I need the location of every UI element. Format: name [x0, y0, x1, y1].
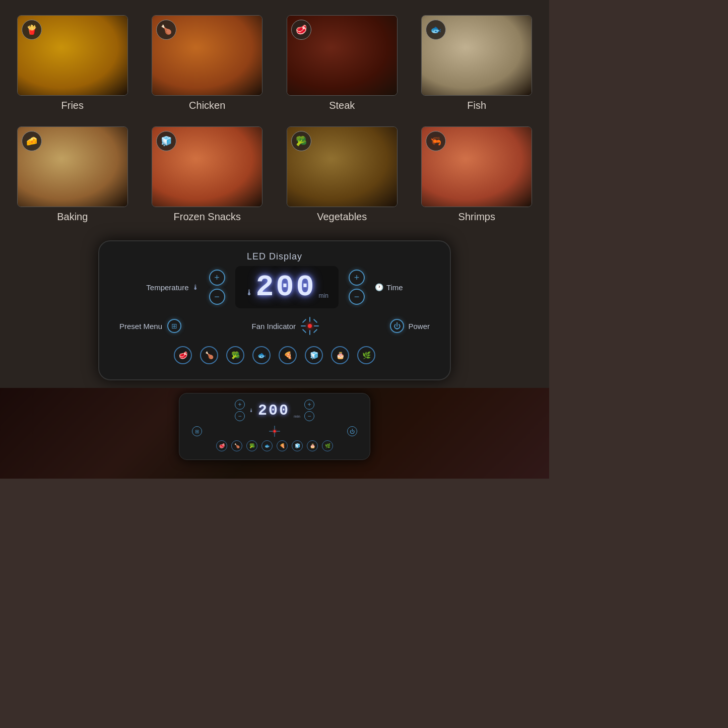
fan-text: Fan Indicator: [251, 322, 296, 330]
mini-icon-herb[interactable]: 🌿: [322, 440, 333, 451]
food-icon-shrimps: 🦐: [426, 131, 446, 151]
food-label-vegetables: Vegetables: [317, 211, 367, 223]
fan-line-topright: [313, 319, 317, 323]
mini-control-panel: + − 🌡 200 min + − ⊞ ⏻ 🥩: [179, 393, 370, 460]
menu-icon-pizza[interactable]: 🍕: [279, 346, 297, 364]
time-label: 🕐 Time: [375, 283, 403, 292]
food-icon-vegetables: 🥦: [291, 131, 311, 151]
mini-icon-frozen[interactable]: 🧊: [292, 440, 303, 451]
bottom-bg-right: [423, 388, 549, 479]
food-grid: 🍟 Fries 🍗 Chicken 🥩 Steak 🐟 Fish 🧀 Bakin…: [0, 0, 549, 233]
mini-icon-fish[interactable]: 🐟: [261, 440, 273, 451]
fan-center-dot: [308, 324, 312, 328]
food-item-baking[interactable]: 🧀 Baking: [10, 126, 135, 223]
food-item-vegetables[interactable]: 🥦 Vegetables: [280, 126, 405, 223]
menu-icon-frozen[interactable]: 🧊: [305, 346, 323, 364]
food-image-fish: 🐟: [421, 15, 532, 96]
mini-display-row: + − 🌡 200 min + −: [189, 400, 360, 421]
food-icon-frozen-snacks: 🧊: [156, 131, 176, 151]
food-label-frozen-snacks: Frozen Snacks: [174, 211, 241, 223]
food-image-steak: 🥩: [287, 15, 398, 96]
mini-temp-plus[interactable]: +: [235, 400, 245, 410]
led-display-label: LED Display: [114, 251, 435, 262]
fan-indicator: [300, 316, 320, 336]
mini-fan-dot: [274, 430, 276, 433]
food-item-fish[interactable]: 🐟 Fish: [415, 15, 540, 111]
power-section: ⏻ Power: [390, 319, 430, 333]
power-text: Power: [408, 322, 430, 330]
time-text: Time: [386, 283, 403, 292]
menu-icon-veggie[interactable]: 🥦: [226, 346, 244, 364]
fan-line-right: [314, 325, 319, 326]
mini-time-plus[interactable]: +: [304, 400, 314, 410]
food-label-shrimps: Shrimps: [458, 211, 495, 223]
food-image-frozen-snacks: 🧊: [152, 126, 262, 207]
bottom-section: + − 🌡 200 min + − ⊞ ⏻ 🥩: [0, 388, 549, 479]
food-icon-fries: 🍟: [22, 20, 42, 40]
mini-therm-icon: 🌡: [249, 408, 254, 413]
mini-fan-line-right: [276, 431, 280, 432]
mini-temp-minus[interactable]: −: [235, 411, 245, 421]
food-icon-steak: 🥩: [291, 20, 311, 40]
mini-display-unit: min: [294, 414, 300, 419]
food-icon-chicken: 🍗: [156, 20, 176, 40]
menu-icon-steak[interactable]: 🥩: [174, 346, 192, 364]
food-label-steak: Steak: [329, 100, 355, 111]
temperature-label: Temperature 🌡: [146, 283, 198, 292]
fan-line-left: [301, 325, 306, 326]
food-icon-baking: 🧀: [22, 131, 42, 151]
preset-section: Preset Menu ⊞: [119, 319, 181, 333]
food-item-shrimps[interactable]: 🦐 Shrimps: [415, 126, 540, 223]
mini-time-minus[interactable]: −: [304, 411, 314, 421]
temperature-text: Temperature: [146, 283, 188, 292]
time-plus-button[interactable]: +: [349, 270, 365, 286]
mini-icon-veggie[interactable]: 🥦: [246, 440, 257, 451]
food-item-frozen-snacks[interactable]: 🧊 Frozen Snacks: [145, 126, 270, 223]
fan-line-topleft: [302, 319, 306, 323]
fan-line-top: [309, 317, 310, 322]
mini-fan-line-bottom: [275, 433, 275, 437]
preset-menu-button[interactable]: ⊞: [167, 319, 181, 333]
temperature-display: 200: [256, 270, 316, 304]
time-minus-button[interactable]: −: [349, 289, 365, 305]
food-item-fries[interactable]: 🍟 Fries: [10, 15, 135, 111]
mini-fan-line-top: [275, 426, 275, 430]
mini-fan-indicator: [269, 425, 281, 437]
led-display: 🌡 200 min: [235, 266, 339, 308]
power-button[interactable]: ⏻: [390, 319, 404, 333]
temp-minus-button[interactable]: −: [209, 289, 225, 305]
menu-icon-fish[interactable]: 🐟: [252, 346, 271, 364]
control-panel: LED Display Temperature 🌡 + − 🌡 200 min: [98, 240, 451, 380]
fan-section: Fan Indicator: [251, 316, 320, 336]
mini-icon-pizza[interactable]: 🍕: [277, 440, 288, 451]
mini-icon-steak[interactable]: 🥩: [216, 440, 227, 451]
mini-power-button[interactable]: ⏻: [347, 426, 357, 436]
menu-icon-herb[interactable]: 🌿: [357, 346, 375, 364]
mini-display-value: 200: [258, 402, 290, 419]
mini-menu-row: 🥩 🍗 🥦 🐟 🍕 🧊 🎂 🌿: [189, 440, 360, 451]
time-section: 🕐 Time: [375, 283, 403, 292]
food-label-fish: Fish: [467, 100, 486, 111]
mini-time-buttons: + −: [304, 400, 314, 421]
menu-icon-chicken[interactable]: 🍗: [200, 346, 218, 364]
food-image-chicken: 🍗: [152, 15, 262, 96]
food-label-baking: Baking: [57, 211, 88, 223]
food-icon-fish: 🐟: [426, 20, 446, 40]
food-image-vegetables: 🥦: [287, 126, 398, 207]
mini-fan-line-left: [269, 431, 273, 432]
fan-line-bottomright: [313, 329, 317, 333]
mini-temp-buttons: + −: [235, 400, 245, 421]
mini-icon-cake[interactable]: 🎂: [307, 440, 318, 451]
food-image-shrimps: 🦐: [421, 126, 532, 207]
menu-icon-cake[interactable]: 🎂: [331, 346, 349, 364]
food-item-steak[interactable]: 🥩 Steak: [280, 15, 405, 111]
mini-preset-button[interactable]: ⊞: [192, 426, 202, 436]
fan-line-bottom: [309, 330, 310, 335]
food-label-fries: Fries: [61, 100, 84, 111]
bottom-bg-left: [0, 388, 126, 479]
temp-plus-button[interactable]: +: [209, 270, 225, 286]
mini-icon-chicken[interactable]: 🍗: [231, 440, 242, 451]
food-image-fries: 🍟: [17, 15, 128, 96]
temperature-section: Temperature 🌡: [146, 283, 198, 292]
food-item-chicken[interactable]: 🍗 Chicken: [145, 15, 270, 111]
